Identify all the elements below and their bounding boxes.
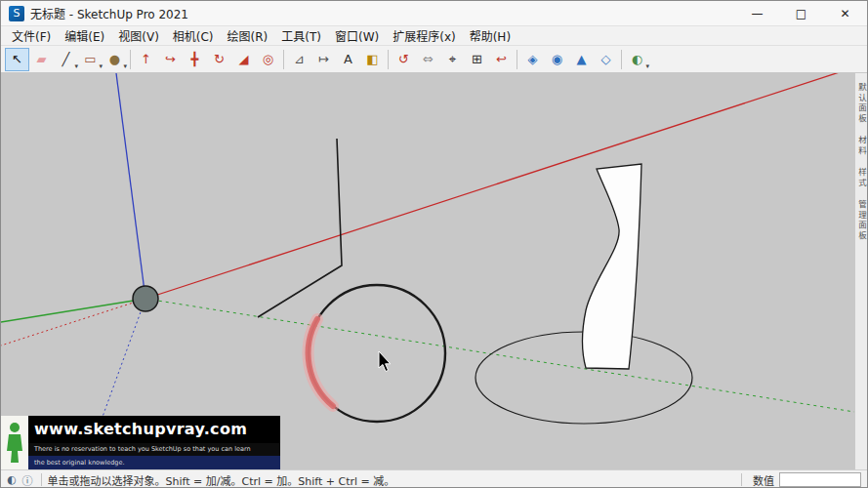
toolbar-divider	[283, 50, 284, 69]
dropdown-caret-icon: ▾	[645, 62, 649, 70]
rotate-tool[interactable]: ↻	[207, 48, 231, 71]
main-area: www.sketchupvray.com There is no reserva…	[1, 73, 867, 469]
orbit-tool[interactable]: ↺	[392, 48, 416, 71]
edge-polyline[interactable]	[258, 139, 342, 317]
zoom-tool-icon: ⌖	[449, 53, 456, 65]
followme-tool[interactable]: ↪	[158, 48, 183, 71]
dimension-tool-icon: ↦	[318, 53, 329, 65]
menu-camera[interactable]: 相机(C)	[166, 25, 221, 46]
section-plane-tool[interactable]: ◇	[594, 48, 618, 71]
line-tool[interactable]: ╱▾	[54, 48, 78, 71]
followme-tool-icon: ↪	[165, 53, 176, 65]
select-tool[interactable]: ↖	[5, 48, 29, 71]
orbit-tool-icon: ↺	[398, 53, 409, 65]
dropdown-caret-icon: ▾	[123, 62, 127, 70]
cursor-arrow-icon	[379, 351, 391, 372]
statusbar-divider	[741, 473, 742, 486]
green-person-icon	[6, 422, 23, 463]
close-button[interactable]: ✕	[823, 1, 867, 26]
previous-view-tool[interactable]: ↩	[489, 48, 514, 71]
menu-edit[interactable]: 编辑(E)	[58, 25, 111, 46]
tab-materials[interactable]: 材料	[855, 130, 868, 162]
pushpull-tool[interactable]: ↑	[134, 48, 158, 71]
geolocation-icon[interactable]: ◐	[7, 473, 17, 486]
toolbar-divider	[130, 50, 131, 69]
toolbar: ↖▰╱▾▭▾●▾↑↪╋↻◢◎⊿↦A◧↺⇔⌖⊞↩◈◉▲◇◐▾	[1, 46, 867, 73]
menu-help[interactable]: 帮助(H)	[463, 25, 517, 46]
shapes-tool[interactable]: ▭▾	[78, 48, 103, 71]
menubar: 文件(F)编辑(E)视图(V)相机(C)绘图(R)工具(T)窗口(W)扩展程序(…	[1, 26, 867, 46]
scale-tool[interactable]: ◢	[231, 48, 256, 71]
scale-tool-icon: ◢	[239, 53, 249, 65]
titlebar: S 无标题 - SketchUp Pro 2021 — □ ✕	[1, 1, 867, 26]
menu-view[interactable]: 视图(V)	[111, 25, 166, 46]
window-title: 无标题 - SketchUp Pro 2021	[30, 5, 735, 21]
zoom-window-tool[interactable]: ⊞	[465, 48, 489, 71]
red-axis-negative	[1, 299, 145, 346]
add-location-tool[interactable]: ◐▾	[625, 48, 649, 71]
tab-manage-tray[interactable]: 管理面板	[855, 194, 868, 247]
pan-tool[interactable]: ⇔	[416, 48, 440, 71]
statusbar: ◐ ⓘ 单击或拖动以选择对象。Shift = 加/减。Ctrl = 加。Shif…	[1, 469, 867, 488]
menu-extensions[interactable]: 扩展程序(x)	[386, 25, 462, 46]
circle-tool-icon: ●	[109, 53, 120, 65]
origin-sphere[interactable]	[133, 286, 158, 311]
text-tool[interactable]: A	[336, 48, 360, 71]
rotate-tool-icon: ↻	[214, 53, 225, 65]
toolbar-divider	[517, 50, 517, 69]
tab-styles[interactable]: 样式	[855, 162, 868, 194]
offset-tool-icon: ◎	[263, 53, 273, 65]
walk-tool-icon: ◈	[528, 53, 538, 65]
measurement-input[interactable]	[779, 472, 861, 487]
model-view	[1, 73, 854, 469]
menu-tools[interactable]: 工具(T)	[274, 25, 328, 46]
minimize-button[interactable]: —	[735, 1, 779, 26]
previous-view-tool-icon: ↩	[496, 53, 507, 65]
toolbar-divider	[388, 50, 389, 69]
shapes-tool-icon: ▭	[84, 53, 96, 65]
pushpull-tool-icon: ↑	[141, 53, 151, 65]
toolbar-divider	[621, 50, 622, 69]
eraser-tool[interactable]: ▰	[29, 48, 54, 71]
paint-bucket-tool[interactable]: ◧	[360, 48, 385, 71]
viewport-canvas[interactable]: www.sketchupvray.com There is no reserva…	[1, 73, 854, 469]
watermark-banner: www.sketchupvray.com There is no reserva…	[1, 416, 280, 469]
zoom-window-tool-icon: ⊞	[472, 53, 482, 65]
menu-file[interactable]: 文件(F)	[5, 25, 58, 46]
sketchup-window: S 无标题 - SketchUp Pro 2021 — □ ✕ 文件(F)编辑(…	[0, 0, 868, 488]
tab-default-tray[interactable]: 默认面板	[855, 77, 868, 130]
maximize-button[interactable]: □	[779, 1, 823, 26]
statusbar-divider	[41, 473, 42, 486]
vase-profile-face[interactable]	[583, 164, 641, 369]
help-icon[interactable]: ⓘ	[22, 472, 33, 488]
position-camera-tool-icon: ▲	[577, 53, 587, 65]
walk-tool[interactable]: ◈	[520, 48, 545, 71]
text-tool-icon: A	[344, 53, 352, 65]
watermark-figure-column	[1, 416, 28, 469]
tape-measure-tool-icon: ⊿	[294, 53, 305, 65]
position-camera-tool[interactable]: ▲	[569, 48, 594, 71]
green-axis-negative	[145, 299, 854, 412]
eraser-tool-icon: ▰	[37, 53, 47, 65]
menu-window[interactable]: 窗口(W)	[328, 25, 386, 46]
move-tool[interactable]: ╋	[183, 48, 207, 71]
watermark-subtitle-1: There is no reservation to teach you Ske…	[28, 443, 280, 456]
menu-draw[interactable]: 绘图(R)	[221, 25, 275, 46]
side-panel-tabs: 默认面板材料样式管理面板	[854, 73, 867, 469]
line-tool-icon: ╱	[62, 53, 70, 65]
statusbar-hint: 单击或拖动以选择对象。Shift = 加/减。Ctrl = 加。Shift + …	[48, 472, 739, 488]
green-axis	[1, 299, 145, 322]
watermark-title: www.sketchupvray.com	[28, 416, 280, 443]
circle-tool[interactable]: ●▾	[103, 48, 127, 71]
move-tool-icon: ╋	[191, 53, 199, 65]
look-around-tool[interactable]: ◉	[545, 48, 569, 71]
offset-tool[interactable]: ◎	[256, 48, 280, 71]
watermark-subtitle-2: the best original knowledge.	[28, 456, 280, 469]
look-around-tool-icon: ◉	[552, 53, 562, 65]
section-plane-tool-icon: ◇	[601, 53, 611, 65]
zoom-tool[interactable]: ⌖	[440, 48, 465, 71]
dimension-tool[interactable]: ↦	[311, 48, 336, 71]
red-axis	[145, 73, 854, 299]
select-tool-icon: ↖	[12, 53, 22, 65]
tape-measure-tool[interactable]: ⊿	[287, 48, 311, 71]
